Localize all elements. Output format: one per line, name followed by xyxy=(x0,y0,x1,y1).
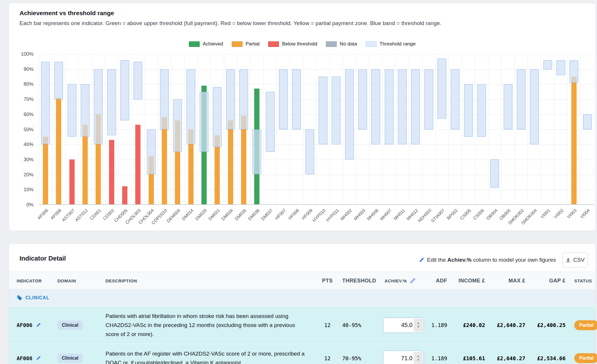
threshold-band-CD002 xyxy=(107,69,116,136)
chart-slot-DM014: DM014 xyxy=(184,54,197,204)
y-tick-label: 100% xyxy=(14,51,34,57)
threshold-band-AST012 xyxy=(81,84,89,137)
achiev-input[interactable] xyxy=(384,355,414,362)
chart-slot-MH011: MH011 xyxy=(396,54,409,204)
row-edit-pencil-icon[interactable] xyxy=(36,323,41,328)
y-tick-label: 70% xyxy=(14,96,34,102)
stepper-down-icon[interactable]: ˅ xyxy=(417,325,419,328)
chart-slot-CHOL003: CHOL003 xyxy=(131,54,144,204)
gap-cell: £2,534.66 xyxy=(525,355,566,361)
table-header-row: INDICATOR DOMAIN DESCRIPTION PTS THRESHO… xyxy=(9,272,596,290)
income-cell: £240.02 xyxy=(447,322,485,328)
csv-export-button[interactable]: CSV xyxy=(562,252,588,268)
chart-bar-AST007 xyxy=(69,159,75,205)
chart-card: Achievement vs threshold range Each bar … xyxy=(9,3,596,231)
chart-slot-COPD010: COPD010 xyxy=(158,54,171,204)
max-cell: £2,640.27 xyxy=(485,322,525,328)
achiev-cell: ˄˅ xyxy=(376,351,424,364)
y-axis: 100%90%80%70%60%50%40%30%20%10%0% xyxy=(14,54,35,205)
indicator-code: AF008 xyxy=(17,355,32,361)
row-edit-pencil-icon[interactable] xyxy=(36,356,41,361)
achiev-input-wrap: ˄˅ xyxy=(383,351,424,364)
x-axis-label-CS005: CS005 xyxy=(459,208,472,221)
threshold-band-CHD005 xyxy=(120,60,129,120)
chart-slot-MH002: MH002 xyxy=(343,54,356,204)
threshold-band-MH002 xyxy=(345,69,354,159)
stepper-down-icon[interactable]: ˅ xyxy=(417,358,419,361)
pts-cell: 12 xyxy=(318,322,336,328)
edit-note: Edit the Achiev.% column to model your o… xyxy=(419,257,556,263)
x-axis-label-VI004: VI004 xyxy=(579,208,591,219)
indicator-detail-card: Indicator Detail Edit the Achiev.% colum… xyxy=(9,243,596,364)
chart-slot-MH003: MH003 xyxy=(356,54,369,204)
y-tick-label: 60% xyxy=(14,112,34,117)
col-indicator: INDICATOR xyxy=(17,278,57,283)
threshold-band-MH011 xyxy=(398,69,407,145)
threshold-band-OB005 xyxy=(504,84,512,129)
chart-bar-CHD005 xyxy=(122,186,127,204)
income-cell: £105.61 xyxy=(447,355,485,361)
x-axis-label-DEM004: DEM004 xyxy=(166,208,181,223)
chart-title: Achievement vs threshold range xyxy=(20,10,114,17)
chart-slot-OB005: OB005 xyxy=(501,54,514,204)
col-adf: ADF xyxy=(424,278,447,284)
status-cell: Partial xyxy=(566,353,597,363)
x-axis-label-HF008: HF008 xyxy=(287,208,300,221)
table-row-AF008: AF008ClinicalPatients on the AF register… xyxy=(9,344,596,364)
threshold-band-HF009 xyxy=(305,129,314,175)
legend-label: Below threshold xyxy=(282,41,317,47)
chart-slot-SMOK002: SMOK002 xyxy=(515,54,528,204)
threshold-band-HF008 xyxy=(292,69,301,129)
indicator-cell: AF006 xyxy=(17,322,57,328)
chart-slot-CD001: CD001 xyxy=(92,54,105,204)
legend-swatch-partial xyxy=(232,41,243,47)
threshold-cell: 40-95% xyxy=(336,322,376,328)
pencil-icon xyxy=(419,257,424,263)
col-threshold: THRESHOLD xyxy=(336,278,376,284)
threshold-band-CS005 xyxy=(464,84,473,137)
achiev-input[interactable] xyxy=(384,322,414,328)
achiev-stepper[interactable]: ˄˅ xyxy=(414,352,423,364)
x-axis-label-MH011: MH011 xyxy=(393,208,406,221)
domain-group-row-clinical: CLINICAL xyxy=(9,290,596,306)
chart-slot-AST012: AST012 xyxy=(78,54,92,204)
threshold-band-STIA007 xyxy=(438,59,446,119)
chart-slot-CS006: CS006 xyxy=(475,54,488,204)
indicator-cell: AF008 xyxy=(17,355,57,361)
description-cell: Patients with atrial fibrillation in who… xyxy=(106,307,318,344)
x-axis-label-CD002: CD002 xyxy=(102,208,115,221)
chart-slot-HYP011: HYP011 xyxy=(329,54,343,204)
chart-bar-CD002 xyxy=(109,140,114,204)
col-max: MAX £ xyxy=(485,278,525,284)
threshold-band-DM014 xyxy=(187,69,195,145)
chart-bar-COPD010 xyxy=(162,117,167,204)
y-tick-label: 10% xyxy=(14,187,34,193)
chart-slot-HF009: HF009 xyxy=(303,54,316,204)
threshold-band-AF008 xyxy=(54,62,63,99)
chart-slot-VI001: VI001 xyxy=(541,54,554,204)
achiev-stepper[interactable]: ˄˅ xyxy=(414,319,423,332)
status-cell: Partial xyxy=(566,320,597,330)
threshold-band-DM037 xyxy=(266,92,275,152)
chart-slot-CHOL004: CHOL004 xyxy=(145,54,158,204)
y-tick-label: 30% xyxy=(14,157,34,163)
adf-cell: 1.189 xyxy=(424,355,447,361)
legend-item-below: Below threshold xyxy=(268,41,317,47)
legend-item-partial: Partial xyxy=(232,41,259,47)
x-axis-label-STIA007: STIA007 xyxy=(430,208,445,223)
col-status: STATUS xyxy=(566,278,592,283)
x-axis-label-AF006: AF006 xyxy=(36,208,49,220)
chart-bar-CHOL003 xyxy=(135,125,141,204)
threshold-band-BP002 xyxy=(451,69,459,129)
chart-slot-CS005: CS005 xyxy=(462,54,475,204)
chart-slot-CHD005: CHD005 xyxy=(118,54,131,204)
chart-slot-MH012: MH012 xyxy=(409,54,422,204)
chart-slot-DM034: DM034 xyxy=(224,54,237,204)
chart-slot-VI002: VI002 xyxy=(554,54,567,204)
chart-slot-CD002: CD002 xyxy=(105,54,118,204)
threshold-cell: 70-95% xyxy=(336,355,376,361)
col-income: INCOME £ xyxy=(447,278,485,284)
x-axis-label-CS006: CS006 xyxy=(472,208,485,221)
x-axis-label-VI001: VI001 xyxy=(540,208,551,219)
x-axis-label-NDH003: NDH003 xyxy=(417,208,432,223)
